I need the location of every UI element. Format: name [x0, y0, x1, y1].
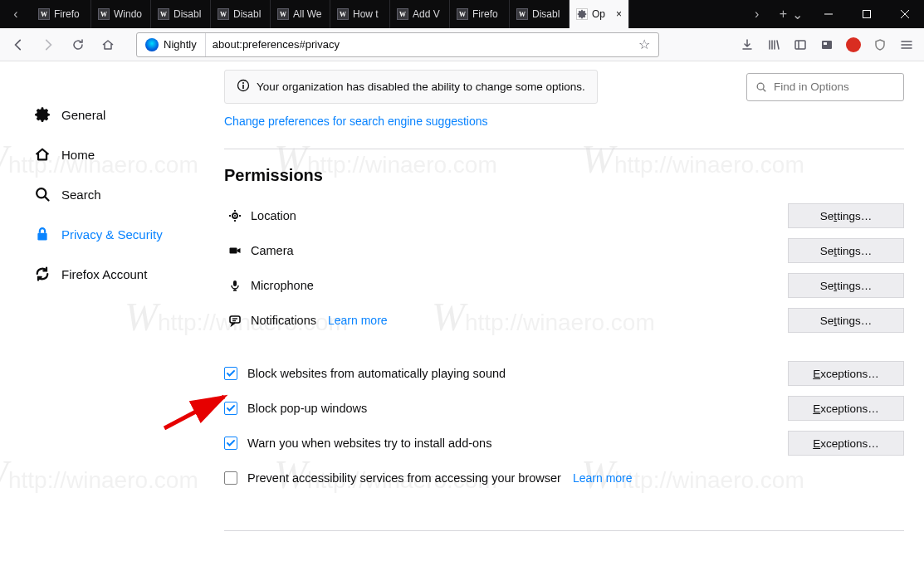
tab-firefox-2[interactable]: WFirefo: [450, 0, 510, 28]
popup-exceptions-button[interactable]: Exceptions…: [788, 396, 904, 421]
preferences-page: Whttp://winaero.com Whttp://winaero.com …: [0, 61, 924, 561]
home-icon: [33, 146, 51, 163]
checkbox-label: Warn you when websites try to install ad…: [247, 437, 491, 450]
forward-button[interactable]: [37, 33, 60, 56]
a11y-learn-more-link[interactable]: Learn more: [573, 471, 633, 485]
microphone-settings-button[interactable]: Settings…: [788, 273, 904, 298]
url-text[interactable]: about:preferences#privacy: [206, 38, 630, 51]
prevent-a11y-row: Prevent accessibility services from acce…: [224, 461, 904, 495]
svg-rect-18: [230, 316, 240, 323]
library-button[interactable]: [766, 37, 781, 52]
sidebar-button[interactable]: [793, 37, 808, 52]
svg-point-12: [757, 83, 764, 90]
window-minimize-button[interactable]: [809, 0, 848, 28]
window-close-button[interactable]: [886, 0, 924, 28]
sidebar-label: Home: [61, 148, 95, 162]
microphone-icon: [224, 279, 246, 292]
close-tab-icon[interactable]: ×: [616, 8, 622, 20]
gear-icon: [33, 106, 51, 123]
category-sidebar: General Home Search Privacy & Security F…: [0, 61, 199, 561]
svg-rect-2: [795, 41, 805, 49]
notification-icon: [224, 314, 246, 327]
main-content: Your organization has disabled the abili…: [199, 61, 924, 561]
lock-icon: [33, 226, 51, 242]
url-bar[interactable]: Nightly about:preferences#privacy ☆: [136, 32, 659, 57]
sidebar-item-account[interactable]: Firefox Account: [33, 254, 199, 294]
permission-label: Camera: [251, 244, 294, 257]
tab-scroll-left[interactable]: ‹: [0, 0, 32, 28]
svg-rect-0: [824, 14, 833, 15]
bookmark-star-icon[interactable]: ☆: [630, 37, 658, 52]
navigation-toolbar: Nightly about:preferences#privacy ☆: [0, 28, 924, 61]
tab-all-we[interactable]: WAll We: [271, 0, 330, 28]
search-engine-prefs-link[interactable]: Change preferences for search engine sug…: [224, 115, 488, 128]
tab-how-to[interactable]: WHow t: [330, 0, 390, 28]
prevent-a11y-checkbox[interactable]: [224, 471, 237, 485]
new-tab-button[interactable]: +: [780, 7, 787, 22]
sound-exceptions-button[interactable]: Exceptions…: [788, 361, 904, 386]
screenshot-button[interactable]: [819, 37, 834, 52]
camera-settings-button[interactable]: Settings…: [788, 238, 904, 263]
reload-button[interactable]: [66, 33, 90, 56]
sync-icon: [33, 266, 51, 282]
back-button[interactable]: [7, 33, 30, 56]
window-maximize-button[interactable]: [848, 0, 886, 28]
camera-icon: [224, 244, 246, 257]
sidebar-item-search[interactable]: Search: [33, 174, 199, 214]
identity-box[interactable]: Nightly: [137, 33, 206, 56]
search-icon: [755, 81, 767, 93]
svg-rect-17: [233, 280, 237, 286]
permission-location-row: Location Settings…: [224, 198, 904, 233]
gear-icon: [576, 8, 588, 20]
tab-disable-3[interactable]: WDisabl: [510, 0, 570, 28]
location-settings-button[interactable]: Settings…: [788, 203, 904, 228]
block-popup-row: Block pop-up windows Exceptions…: [224, 391, 904, 426]
firefox-nightly-icon: [145, 38, 159, 51]
options-search-input[interactable]: Find in Options: [746, 73, 904, 101]
svg-rect-5: [824, 42, 827, 45]
tab-disable-1[interactable]: WDisabl: [151, 0, 211, 28]
svg-rect-11: [242, 85, 244, 89]
tab-strip: WFirefo WWindo WDisabl WDisabl WAll We W…: [32, 0, 741, 28]
downloads-button[interactable]: [740, 37, 755, 52]
checkbox-label: Block pop-up windows: [247, 402, 367, 415]
divider: [224, 149, 904, 149]
svg-point-10: [242, 82, 244, 84]
permission-notifications-row: Notifications Learn more Settings…: [224, 303, 904, 338]
svg-rect-8: [37, 233, 46, 241]
ublock-icon[interactable]: [873, 37, 887, 52]
tab-window[interactable]: WWindo: [91, 0, 151, 28]
warn-addons-checkbox[interactable]: [224, 437, 237, 450]
permission-label: Location: [251, 209, 296, 222]
sidebar-item-general[interactable]: General: [33, 95, 199, 134]
title-bar: ‹ WFirefo WWindo WDisabl WDisabl WAll We…: [0, 0, 924, 28]
tab-add-v[interactable]: WAdd V: [390, 0, 450, 28]
tab-firefox-1[interactable]: WFirefo: [32, 0, 91, 28]
permission-camera-row: Camera Settings…: [224, 233, 904, 268]
permission-label: Microphone: [251, 279, 314, 292]
menu-button[interactable]: [899, 37, 914, 52]
sidebar-item-privacy[interactable]: Privacy & Security: [33, 214, 199, 254]
sidebar-label: Search: [61, 188, 101, 202]
block-popup-checkbox[interactable]: [224, 402, 237, 415]
svg-line-7: [45, 197, 48, 200]
permission-microphone-row: Microphone Settings…: [224, 268, 904, 303]
tab-list-button[interactable]: ⌄: [792, 7, 803, 22]
warn-addons-row: Warn you when websites try to install ad…: [224, 426, 904, 461]
tab-scroll-right[interactable]: ›: [741, 0, 773, 28]
home-button[interactable]: [96, 33, 120, 56]
notifications-learn-more-link[interactable]: Learn more: [328, 314, 388, 327]
notifications-settings-button[interactable]: Settings…: [788, 308, 904, 333]
block-sound-checkbox[interactable]: [224, 367, 237, 380]
svg-point-15: [234, 215, 236, 217]
block-sound-row: Block websites from automatically playin…: [224, 356, 904, 391]
svg-line-13: [763, 89, 765, 91]
tab-options-active[interactable]: Op ×: [570, 0, 629, 28]
checkbox-label: Prevent accessibility services from acce…: [247, 471, 561, 485]
policy-notice: Your organization has disabled the abili…: [224, 70, 598, 104]
addons-exceptions-button[interactable]: Exceptions…: [788, 431, 904, 456]
adblock-icon[interactable]: [846, 37, 861, 52]
svg-rect-16: [230, 248, 237, 254]
tab-disable-2[interactable]: WDisabl: [211, 0, 271, 28]
sidebar-item-home[interactable]: Home: [33, 134, 199, 174]
